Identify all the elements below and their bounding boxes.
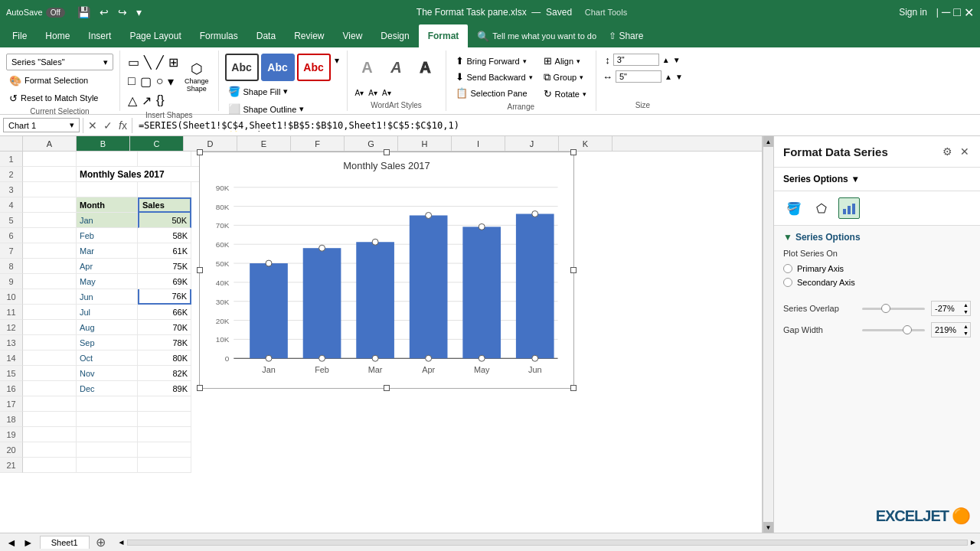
month-cell[interactable]: Jun: [77, 289, 138, 305]
chart-handle-tr[interactable]: [570, 149, 577, 155]
bar-handle-jun[interactable]: [532, 211, 538, 217]
bar-bottom-apr[interactable]: [426, 355, 432, 361]
undo-icon[interactable]: ↩: [96, 5, 112, 20]
pane-icon-bucket[interactable]: 🪣: [783, 197, 805, 219]
secondary-axis-option[interactable]: Secondary Axis: [783, 278, 971, 287]
series-options-dropdown-icon[interactable]: ▾: [853, 174, 858, 184]
month-cell[interactable]: Aug: [77, 320, 138, 335]
series-overlap-up-icon[interactable]: ▲: [962, 302, 970, 308]
autosave-status[interactable]: Off: [46, 8, 65, 18]
confirm-icon[interactable]: ✓: [102, 118, 114, 133]
gap-width-down-icon[interactable]: ▼: [962, 330, 970, 337]
sales-cell[interactable]: 69K: [138, 274, 191, 289]
sales-cell[interactable]: 75K: [138, 259, 191, 274]
col-header-j[interactable]: J: [505, 136, 559, 151]
name-box[interactable]: Chart 1 ▾: [3, 118, 80, 132]
month-cell[interactable]: Feb: [77, 228, 138, 243]
gap-width-slider[interactable]: [862, 329, 925, 331]
rect-icon[interactable]: ▭: [126, 54, 141, 71]
oval-icon[interactable]: ○: [155, 73, 165, 90]
bar-jan[interactable]: [250, 263, 288, 358]
more-shapes-icon[interactable]: ▾: [166, 73, 175, 90]
shape-style-3[interactable]: Abc: [297, 54, 331, 81]
autosave-toggle[interactable]: AutoSave Off: [6, 8, 65, 18]
month-cell[interactable]: Nov: [77, 366, 138, 381]
chart-handle-tl[interactable]: [197, 149, 203, 155]
bar-feb[interactable]: [303, 248, 341, 358]
cell[interactable]: [138, 396, 191, 412]
chart-handle-ml[interactable]: [197, 267, 203, 273]
scroll-up-icon[interactable]: ▲: [763, 136, 773, 147]
bar-may[interactable]: [462, 227, 501, 358]
sheet-tab-sheet1[interactable]: Sheet1: [40, 536, 90, 549]
tab-view[interactable]: View: [334, 24, 372, 47]
group-button[interactable]: ⧉ Group ▾: [541, 70, 590, 85]
arrow-icon[interactable]: ↗: [140, 92, 153, 109]
name-box-arrow-icon[interactable]: ▾: [70, 120, 74, 130]
month-cell[interactable]: Mar: [77, 243, 138, 259]
send-backward-arrow-icon[interactable]: ▾: [529, 73, 533, 81]
wordart-3[interactable]: A: [412, 54, 439, 81]
sales-header-cell[interactable]: Sales: [138, 197, 191, 213]
bar-handle-mar[interactable]: [372, 239, 378, 245]
height-input[interactable]: [613, 54, 659, 66]
sales-cell[interactable]: 70K: [138, 320, 191, 335]
bring-forward-button[interactable]: ⬆ Bring Forward ▾: [452, 54, 536, 68]
section-header[interactable]: ▼ Series Options: [783, 232, 971, 243]
sales-cell[interactable]: 82K: [138, 366, 191, 381]
bar-handle-jan[interactable]: [266, 260, 272, 266]
shape-fill-button[interactable]: 🪣 Shape Fill ▾: [225, 84, 341, 99]
cell[interactable]: [23, 167, 77, 182]
cell[interactable]: [77, 412, 138, 427]
cell[interactable]: [23, 381, 77, 396]
change-shape-button[interactable]: ⬡ ChangeShape: [181, 54, 212, 99]
tab-design[interactable]: Design: [371, 24, 418, 47]
save-icon[interactable]: 💾: [74, 5, 93, 20]
chart-handle-tm[interactable]: [384, 149, 390, 155]
primary-axis-radio[interactable]: [783, 264, 792, 273]
cell[interactable]: [23, 197, 77, 213]
cell[interactable]: [23, 152, 77, 167]
cell[interactable]: [23, 335, 77, 350]
triangle-icon[interactable]: △: [126, 92, 139, 109]
cell[interactable]: [23, 213, 77, 228]
line-icon[interactable]: ╲: [142, 54, 153, 71]
h-scroll-track[interactable]: [127, 540, 969, 546]
chart-object[interactable]: Monthly Sales 2017 90K 80K 70K 60K 50K 4…: [199, 152, 574, 389]
rotate-button[interactable]: ↻ Rotate ▾: [541, 86, 590, 101]
bar-mar[interactable]: [356, 242, 394, 358]
bar-bottom-jan[interactable]: [266, 355, 272, 361]
tab-formulas[interactable]: Formulas: [191, 24, 247, 47]
tab-format[interactable]: Format: [419, 24, 469, 47]
chart-handle-bm[interactable]: [384, 385, 390, 391]
formula-input[interactable]: [136, 120, 977, 131]
pane-icon-chart[interactable]: [838, 197, 860, 219]
send-backward-button[interactable]: ⬇ Send Backward ▾: [452, 70, 536, 84]
month-cell[interactable]: Jul: [77, 305, 138, 320]
gap-width-thumb[interactable]: [903, 325, 912, 334]
cell[interactable]: [23, 243, 77, 259]
cancel-icon[interactable]: ✕: [87, 118, 99, 133]
shape-outline-button[interactable]: ⬜ Shape Outline ▾: [225, 102, 341, 116]
cell[interactable]: [23, 259, 77, 274]
maximize-icon[interactable]: □: [953, 5, 961, 19]
month-cell[interactable]: Dec: [77, 381, 138, 396]
bar-bottom-jun[interactable]: [532, 355, 538, 361]
bar-apr[interactable]: [410, 215, 448, 358]
cell[interactable]: [23, 412, 77, 427]
chart-handle-bl[interactable]: [197, 385, 203, 391]
cell[interactable]: [138, 442, 191, 458]
minimize-icon[interactable]: ─: [942, 5, 950, 19]
pane-settings-icon[interactable]: ⚙: [941, 144, 954, 159]
cell[interactable]: [23, 458, 77, 473]
wordart-1[interactable]: A: [354, 54, 381, 81]
scroll-track[interactable]: [763, 147, 773, 522]
cell[interactable]: [23, 228, 77, 243]
align-button[interactable]: ⊞ Align ▾: [541, 54, 590, 68]
width-spin-down[interactable]: ▼: [675, 73, 683, 81]
cell[interactable]: [77, 442, 138, 458]
tab-review[interactable]: Review: [285, 24, 333, 47]
scroll-left-icon[interactable]: ◄: [118, 538, 126, 546]
share-button[interactable]: ⇧ Share: [603, 28, 649, 44]
cell[interactable]: [23, 442, 77, 458]
